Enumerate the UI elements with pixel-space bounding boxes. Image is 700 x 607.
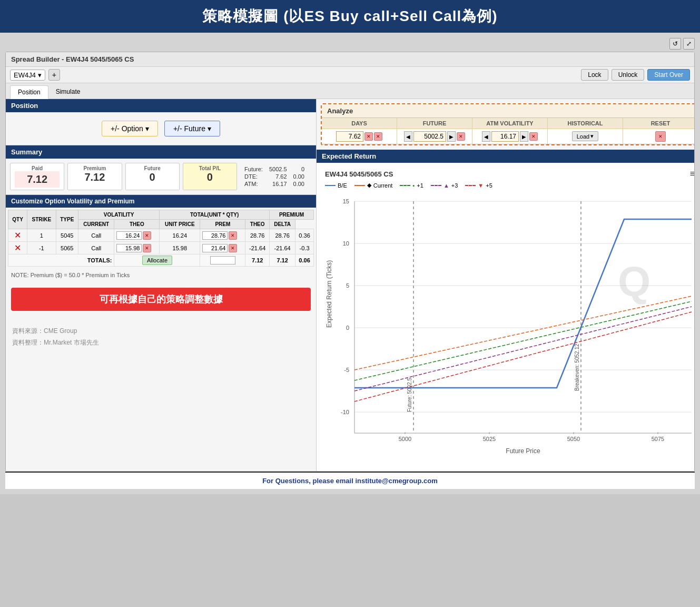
row2-vol-clear-btn[interactable]: ✕: [143, 244, 151, 252]
summary-paid: Paid 7.12: [10, 163, 64, 190]
analyze-atm-prev-btn[interactable]: ◀: [482, 131, 490, 142]
row1-vol-clear-btn[interactable]: ✕: [143, 231, 151, 240]
option-chevron-icon: ▾: [145, 124, 149, 133]
chevron-down-icon: ▾: [38, 71, 42, 79]
watermark: Q: [618, 258, 650, 305]
position-simulate-tabs: Position Simulate: [6, 83, 694, 99]
load-chevron-icon: ▾: [590, 133, 594, 140]
totals-delta: 0.06: [295, 254, 314, 267]
col-theo: THEO: [114, 220, 160, 229]
analyze-atm-input[interactable]: [491, 131, 519, 142]
row2-delta: -0.3: [295, 242, 314, 254]
customize-header: Customize Option Volatility and Premium: [6, 195, 316, 208]
analyze-historical-header: HISTORICAL: [548, 118, 623, 129]
add-tab-button[interactable]: +: [48, 69, 60, 81]
row1-theo: 28.76: [270, 229, 295, 242]
table-row: ✕ 1 5045 Call ✕: [8, 229, 314, 242]
analyze-future-col: FUTURE ◀ ▶ ✕: [397, 118, 472, 144]
lock-button[interactable]: Lock: [581, 69, 608, 81]
future-change: 0: [290, 165, 308, 173]
row1-vol-current-input[interactable]: [116, 231, 142, 240]
atm-change: 0.00: [290, 180, 308, 188]
col-unit-price: UNIT PRICE: [160, 220, 200, 229]
y-tick-5: 5: [346, 282, 349, 289]
row2-unit-price-input[interactable]: [202, 244, 228, 252]
analyze-days-input[interactable]: [336, 131, 363, 142]
plus3-line: [354, 307, 692, 391]
row1-unit-price-input[interactable]: [202, 231, 228, 240]
current-line: [354, 296, 692, 370]
future-annotation: Future: 5002.5: [407, 378, 412, 412]
row2-vol-theo: 15.98: [160, 242, 200, 254]
row2-unit-price-cell: ✕: [200, 242, 245, 254]
legend-plus5: ▼+5: [465, 182, 492, 189]
analyze-days-col: DAYS ✕ ✕: [322, 118, 397, 144]
source-line2: 資料整理：Mr.Market 市場先生: [12, 337, 310, 349]
analyze-reset-btn[interactable]: ✕: [655, 131, 666, 142]
fullscreen-icon[interactable]: ⤢: [683, 38, 695, 50]
analyze-days-clear-btn[interactable]: ✕: [364, 132, 373, 141]
col-total-unit-qty-header: TOTAL(UNIT * QTY): [160, 210, 270, 220]
reload-icon[interactable]: ↺: [669, 38, 681, 50]
summary-total-pl: Total P/L 0: [183, 163, 237, 190]
summary-future: Future 0: [125, 163, 180, 190]
note-text: NOTE: Premium ($) = 50.0 * Premium in Ti…: [6, 269, 316, 281]
start-over-button[interactable]: Start Over: [647, 69, 690, 81]
totals-unit-price-input[interactable]: [210, 256, 235, 265]
option-future-buttons: +/- Option ▾ +/- Future ▾: [14, 121, 308, 136]
ew4j4-tab[interactable]: EW4J4 ▾: [10, 70, 45, 81]
analyze-cols: DAYS ✕ ✕ FUTURE: [322, 118, 695, 144]
row2-theo: -21.64: [270, 242, 295, 254]
future-button[interactable]: +/- Future ▾: [164, 121, 220, 136]
col-strike: STRIKE: [27, 210, 56, 229]
analyze-atm-next-btn[interactable]: ▶: [520, 131, 528, 142]
legend-current: ◆Current: [354, 182, 393, 189]
row1-delta: 0.36: [295, 229, 314, 242]
unlock-button[interactable]: Unlock: [612, 69, 645, 81]
analyze-future-clear-btn[interactable]: ✕: [457, 132, 465, 141]
chart-area: EW4J4 5045/5065 CS ≡ B/E: [317, 163, 695, 471]
row2-unit-price-clear-btn[interactable]: ✕: [229, 244, 237, 252]
tab-position[interactable]: Position: [10, 85, 48, 99]
right-column: Analyze DAYS ✕ ✕: [317, 99, 695, 471]
analyze-atm-header: ATM VOLATILITY: [472, 118, 547, 129]
position-header: Position: [6, 99, 316, 112]
col-delta: DELTA: [270, 220, 295, 229]
menu-icon[interactable]: ≡: [690, 169, 695, 179]
analyze-header: Analyze: [322, 104, 695, 118]
analyze-future-next-btn[interactable]: ▶: [447, 131, 456, 142]
row1-unit-price-clear-btn[interactable]: ✕: [229, 231, 237, 240]
option-button[interactable]: +/- Option ▾: [102, 121, 158, 136]
chart-legend: B/E ◆Current ▪+1: [321, 181, 695, 191]
row2-vol-current-input[interactable]: [116, 244, 142, 252]
row1-type: Call: [78, 229, 114, 242]
row1-unit-price-cell: ✕: [200, 229, 245, 242]
analyze-future-prev-btn[interactable]: ◀: [404, 131, 412, 142]
load-button[interactable]: Load ▾: [572, 131, 598, 141]
y-tick-0: 0: [346, 325, 349, 331]
customize-section: Customize Option Volatility and Premium …: [6, 194, 316, 281]
tab-simulate[interactable]: Simulate: [48, 85, 88, 99]
allocate-button[interactable]: Allocate: [142, 256, 172, 265]
atm-value: 16.17: [266, 180, 290, 188]
y-tick-15: 15: [343, 198, 349, 204]
legend-plus5-line: [465, 185, 476, 186]
chart-svg-container: Expected Return (Ticks): [321, 191, 695, 467]
left-column: Position +/- Option ▾ +/- Future ▾: [6, 99, 317, 471]
outer-wrapper: 策略模擬圖 (以ES Buy call+Sell Call為例) ↺ ⤢ Spr…: [0, 0, 700, 494]
analyze-days-x-btn[interactable]: ✕: [374, 132, 382, 141]
options-table: QTY STRIKE TYPE VOLATILITY TOTAL(UNIT * …: [8, 210, 314, 267]
analyze-historical-value: Load ▾: [548, 129, 623, 143]
analyze-section: Analyze DAYS ✕ ✕: [321, 103, 695, 145]
summary-right: Future: 5002.5 0 DTE: 7.62 0.00: [237, 163, 312, 190]
row1-delete[interactable]: ✕: [8, 229, 27, 242]
col-type: TYPE: [56, 210, 78, 229]
row2-delete[interactable]: ✕: [8, 242, 27, 254]
x-tick-5075: 5075: [652, 436, 664, 442]
atm-label: ATM:: [241, 180, 266, 188]
position-section: +/- Option ▾ +/- Future ▾: [6, 112, 316, 145]
analyze-reset-header: RESET: [623, 118, 695, 129]
footer: For Questions, please email institute@cm…: [5, 472, 695, 489]
analyze-atm-clear-btn[interactable]: ✕: [529, 132, 538, 141]
analyze-future-input[interactable]: [413, 131, 446, 142]
